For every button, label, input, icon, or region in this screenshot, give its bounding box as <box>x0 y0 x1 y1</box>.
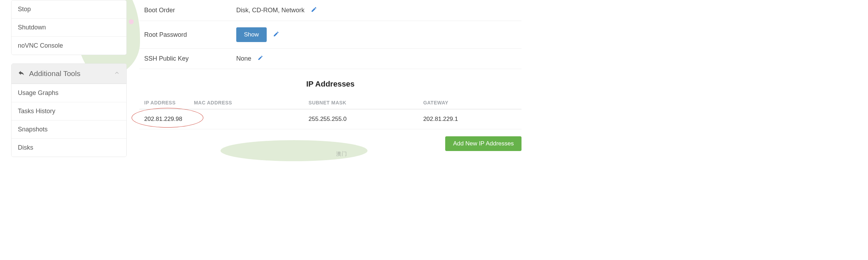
add-ip-button[interactable]: Add New IP Addresses <box>445 136 522 151</box>
pencil-icon <box>273 31 279 37</box>
row-root-password: Root Password Show <box>139 21 522 49</box>
power-actions-card: Stop Shutdown noVNC Console <box>11 0 127 55</box>
additional-tools-card: Additional Tools Usage Graphs Tasks Hist… <box>11 63 127 157</box>
reply-icon <box>18 69 25 78</box>
sidebar-item-snapshots[interactable]: Snapshots <box>12 120 126 138</box>
cell-gw: 202.81.229.1 <box>418 109 522 129</box>
boot-order-label: Boot Order <box>144 7 230 14</box>
col-ip: IP ADDRESS <box>139 96 189 109</box>
chevron-up-icon <box>114 70 120 77</box>
sidebar-item-tasks-history[interactable]: Tasks History <box>12 102 126 120</box>
novnc-console-button[interactable]: noVNC Console <box>12 36 126 55</box>
map-label: 澳门 <box>336 151 347 157</box>
row-boot-order: Boot Order Disk, CD-ROM, Network <box>139 0 522 21</box>
show-password-button[interactable]: Show <box>236 27 267 42</box>
edit-ssh-key-button[interactable] <box>258 55 263 62</box>
ip-table: IP ADDRESS MAC ADDRESS SUBNET MASK GATEW… <box>139 96 522 129</box>
row-ssh-key: SSH Public Key None <box>139 49 522 69</box>
ssh-key-value: None <box>236 55 251 62</box>
table-row: 202.81.229.98 255.255.255.0 202.81.229.1 <box>139 109 522 129</box>
cell-mac <box>189 109 304 129</box>
boot-order-value: Disk, CD-ROM, Network <box>236 7 304 14</box>
cell-mask: 255.255.255.0 <box>304 109 419 129</box>
cell-ip: 202.81.229.98 <box>139 109 189 129</box>
ip-actions: Add New IP Addresses <box>139 129 522 151</box>
ssh-key-label: SSH Public Key <box>144 55 230 62</box>
sidebar-item-disks[interactable]: Disks <box>12 138 126 157</box>
main-panel: Boot Order Disk, CD-ROM, Network Root Pa… <box>139 0 522 151</box>
additional-tools-toggle[interactable]: Additional Tools <box>12 64 126 84</box>
stop-button[interactable]: Stop <box>12 0 126 18</box>
pencil-icon <box>311 6 317 13</box>
edit-root-password-button[interactable] <box>273 31 279 39</box>
shutdown-button[interactable]: Shutdown <box>12 18 126 36</box>
sidebar: Stop Shutdown noVNC Console Additional T… <box>11 0 127 163</box>
root-password-label: Root Password <box>144 31 230 39</box>
edit-boot-order-button[interactable] <box>311 6 317 14</box>
ip-addresses-title: IP Addresses <box>139 69 522 96</box>
pencil-icon <box>258 55 263 61</box>
col-mask: SUBNET MASK <box>304 96 419 109</box>
additional-tools-title: Additional Tools <box>29 69 80 78</box>
col-mac: MAC ADDRESS <box>189 96 304 109</box>
col-gw: GATEWAY <box>418 96 522 109</box>
sidebar-item-usage-graphs[interactable]: Usage Graphs <box>12 84 126 102</box>
